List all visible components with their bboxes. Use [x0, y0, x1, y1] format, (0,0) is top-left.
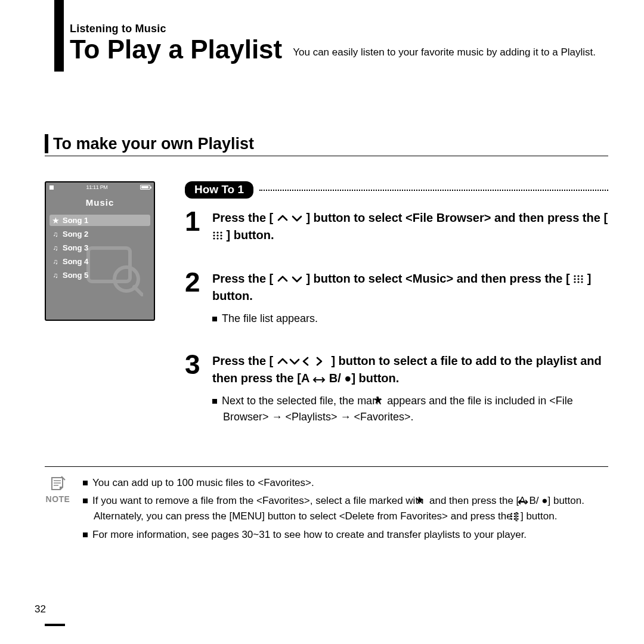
svg-point-28 [517, 513, 519, 515]
left-right-arrow-icon [312, 376, 326, 383]
music-note-icon: ♫ [52, 258, 59, 266]
svg-point-26 [510, 513, 512, 515]
list-item: ★ Song 1 [49, 215, 150, 226]
svg-point-19 [578, 281, 580, 283]
up-down-chevron-icon [277, 213, 303, 223]
step-text: ] button. [227, 228, 274, 242]
music-note-icon: ♫ [52, 244, 59, 252]
svg-point-8 [220, 235, 222, 237]
page-subtitle: You can easily listen to your favorite m… [293, 46, 596, 63]
page-number: 32 [35, 603, 46, 615]
up-down-chevron-icon [277, 274, 303, 284]
section-underline [45, 156, 608, 156]
svg-point-33 [514, 518, 516, 520]
up-down-left-right-chevron-icon [277, 357, 328, 366]
device-heading: Music [46, 197, 154, 208]
svg-point-10 [216, 238, 218, 240]
svg-line-2 [134, 287, 142, 295]
svg-rect-0 [88, 248, 130, 281]
step-text: ] button to select <File Browser> and th… [306, 211, 608, 224]
svg-point-32 [510, 518, 512, 520]
section-heading: To make your own Playlist [45, 134, 608, 153]
step-text: B/ ●] button. [329, 371, 400, 385]
svg-point-12 [574, 275, 576, 277]
svg-point-16 [578, 278, 580, 280]
bullet-square-icon [212, 317, 217, 321]
grid-dots-icon [573, 274, 584, 284]
grid-dots-icon [212, 231, 223, 240]
svg-point-18 [574, 281, 576, 283]
device-watermark-icon [83, 236, 143, 302]
step-text: Press the [ [212, 272, 273, 285]
svg-point-17 [581, 278, 583, 280]
svg-point-9 [213, 238, 215, 240]
device-clock: 11:11 PM [86, 184, 107, 190]
step-subtext: Next to the selected file, the mark appe… [212, 393, 608, 424]
star-icon: ★ [52, 216, 59, 225]
music-note-icon: ♫ [52, 230, 59, 239]
dotted-leader [259, 190, 608, 191]
svg-point-5 [220, 232, 222, 234]
section-heading-text: To make your own Playlist [53, 134, 608, 153]
svg-point-3 [213, 232, 215, 234]
svg-point-15 [574, 278, 576, 280]
svg-point-20 [581, 281, 583, 283]
bullet-square-icon [212, 399, 217, 404]
note-box: NOTE You can add up to 100 music files t… [45, 466, 608, 545]
step-subtext: The file list appears. [212, 311, 608, 326]
step-number: 3 [185, 352, 204, 424]
note-item: You can add up to 100 music files to <Fa… [83, 475, 608, 491]
step-number: 2 [185, 270, 204, 326]
song-label: Song 1 [63, 216, 88, 225]
battery-icon [140, 185, 150, 190]
step-2: 2 Press the [ ] button to select <Music>… [185, 270, 608, 326]
step-text: Press the [ [212, 211, 273, 224]
svg-point-11 [220, 238, 222, 240]
svg-point-27 [514, 513, 516, 515]
svg-point-13 [578, 275, 580, 277]
svg-point-7 [216, 235, 218, 237]
howto-badge: How To 1 [185, 181, 253, 199]
svg-point-29 [510, 516, 512, 518]
device-screen-mockup: 11:11 PM Music ★ Song 1 ♫ Song 2 ♫ [45, 181, 155, 321]
svg-point-14 [581, 275, 583, 277]
step-3: 3 Press the [ ] button to select a file … [185, 352, 608, 424]
device-stop-icon [49, 185, 54, 190]
svg-point-6 [213, 235, 215, 237]
svg-point-30 [514, 516, 516, 518]
note-item: For more information, see pages 30~31 to… [83, 527, 608, 543]
chapter-overline: Listening to Music [70, 23, 608, 35]
svg-point-31 [517, 516, 519, 518]
page-number-bar [45, 624, 65, 626]
svg-point-4 [216, 232, 218, 234]
page-title: To Play a Playlist [70, 36, 282, 63]
step-text: Press the [ [212, 354, 273, 367]
note-label: NOTE [45, 494, 71, 504]
bullet-square-icon [83, 481, 88, 485]
step-number: 1 [185, 209, 204, 244]
bullet-square-icon [83, 532, 88, 537]
step-text: ] button to select <Music> and then pres… [306, 272, 569, 285]
svg-point-34 [517, 518, 519, 520]
pencil-note-icon [49, 475, 66, 493]
bullet-square-icon [83, 499, 88, 503]
note-item: If you want to remove a file from the <F… [83, 493, 608, 525]
music-note-icon: ♫ [52, 271, 59, 280]
step-1: 1 Press the [ ] button to select <File B… [185, 209, 608, 244]
